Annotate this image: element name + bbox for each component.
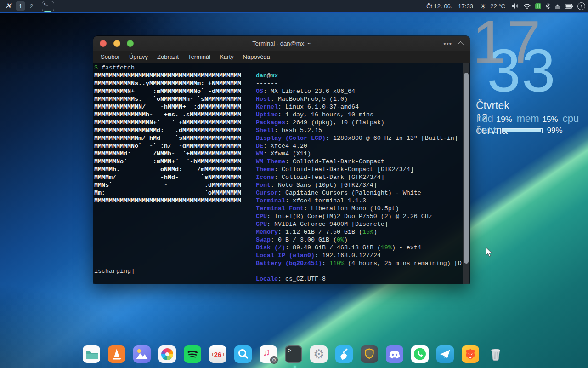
battery-icon[interactable] xyxy=(565,4,573,9)
panel-temperature[interactable]: 22 °C xyxy=(490,3,505,10)
battery-widget: batt 99% xyxy=(477,126,563,136)
whatsapp-icon xyxy=(411,345,429,363)
dock-icon-gallery[interactable] xyxy=(133,345,151,363)
volume-icon[interactable] xyxy=(511,3,519,9)
workspace-2[interactable]: 2 xyxy=(27,1,36,11)
system-stats: hdd 19% mem 15% cpu 5% xyxy=(476,113,588,125)
tray-expand-icon[interactable] xyxy=(577,2,585,10)
mem-label: mem xyxy=(517,113,539,125)
window-title: Terminal - dan@mx: ~ xyxy=(93,40,470,47)
weather-sun-icon[interactable]: ☀ xyxy=(480,3,486,10)
calendar-day: 26 xyxy=(214,351,222,358)
batt-label: batt xyxy=(477,126,498,136)
dock-icon-telegram[interactable] xyxy=(436,345,454,363)
menu-zobrazit[interactable]: Zobrazit xyxy=(153,53,183,60)
terminal-content[interactable]: $ fastfetch MMMMMMMMMMMMMMMMMMMMMMMMMMMM… xyxy=(93,63,470,284)
eject-icon[interactable] xyxy=(554,3,560,9)
photos-pinwheel-icon xyxy=(161,348,173,360)
vlc-cone-icon xyxy=(108,345,125,363)
minimize-button[interactable] xyxy=(113,40,120,47)
brave-lion-icon xyxy=(462,345,479,363)
titlebar[interactable]: Terminal - dan@mx: ~ ••• xyxy=(93,36,470,51)
spotify-waves-icon xyxy=(184,345,201,363)
scrollbar-track[interactable] xyxy=(463,63,469,284)
bluetooth-icon[interactable] xyxy=(545,3,550,10)
active-window-indicator xyxy=(44,11,51,12)
dock-icon-file-manager[interactable] xyxy=(83,345,100,363)
dock: 26 ♫ ⚙ >_ ⚙ xyxy=(83,345,504,363)
panel-date[interactable]: Čt 12. 06. xyxy=(426,3,452,10)
mouse-cursor xyxy=(486,247,493,257)
desktop: ✕ 1 2 >_ Čt 12. 06. 17:33 ☀ 22 °C xyxy=(0,0,588,368)
menubar: Soubor Úpravy Zobrazit Terminál Karty Ná… xyxy=(93,51,470,63)
window-menu-icon[interactable]: ••• xyxy=(443,41,452,46)
dock-icon-cleaner[interactable] xyxy=(335,345,353,363)
maximize-button[interactable] xyxy=(127,40,134,47)
cpu-label: cpu xyxy=(563,113,579,125)
trash-can-icon xyxy=(487,345,504,363)
dock-icon-trash[interactable] xyxy=(487,345,504,363)
broom-icon xyxy=(335,345,353,363)
menu-napoveda[interactable]: Nápověda xyxy=(238,53,275,60)
music-gear-badge-icon: ⚙ xyxy=(270,356,278,364)
clock-hour: 17 xyxy=(472,12,542,73)
menu-karty[interactable]: Karty xyxy=(215,53,238,60)
terminal-window: Terminal - dan@mx: ~ ••• Soubor Úpravy Z… xyxy=(93,36,470,284)
dock-icon-security[interactable] xyxy=(361,345,378,363)
dock-icon-whatsapp[interactable] xyxy=(411,345,429,363)
dock-icon-search[interactable] xyxy=(234,345,252,363)
dock-icon-brave[interactable] xyxy=(462,345,479,363)
battery-bar xyxy=(502,128,543,133)
menu-soubor[interactable]: Soubor xyxy=(96,53,124,60)
shield-icon xyxy=(361,345,378,363)
dock-icon-discord[interactable] xyxy=(386,345,403,363)
close-button[interactable] xyxy=(100,40,107,47)
wifi-icon[interactable] xyxy=(523,3,531,9)
shade-chevron-icon[interactable] xyxy=(458,41,464,47)
menu-terminal[interactable]: Terminál xyxy=(183,53,215,60)
taskbar-terminal-button[interactable]: >_ xyxy=(42,1,54,12)
dock-icon-terminal[interactable]: >_ xyxy=(285,345,302,363)
clock-date: Čtvrtek 12 června xyxy=(476,99,509,137)
terminal-prompt-icon: >_ xyxy=(288,348,294,354)
battery-percent: 99% xyxy=(547,126,563,135)
panel-clock[interactable]: 17:33 xyxy=(458,3,473,10)
mx-logo-icon[interactable]: ✕ xyxy=(3,2,13,10)
music-note-icon: ♫ xyxy=(263,347,270,358)
dock-icon-spotify[interactable] xyxy=(184,345,201,363)
dock-icon-settings[interactable]: ⚙ xyxy=(310,345,328,363)
hdd-label: hdd xyxy=(476,113,493,125)
scrollbar-thumb[interactable] xyxy=(464,73,469,264)
clock-minute: 33 xyxy=(487,40,556,101)
discord-icon xyxy=(386,345,403,363)
terminal-mini-icon: >_ xyxy=(44,2,48,6)
running-indicator xyxy=(294,366,296,368)
workspace-1[interactable]: 1 xyxy=(16,1,25,11)
hdd-value: 19% xyxy=(497,115,512,124)
menu-upravy[interactable]: Úpravy xyxy=(124,53,153,60)
mem-value: 15% xyxy=(543,115,558,124)
gallery-icon xyxy=(133,345,151,363)
updates-icon[interactable] xyxy=(535,3,541,9)
dock-icon-photos[interactable] xyxy=(158,345,176,363)
fastfetch-output: $ fastfetch MMMMMMMMMMMMMMMMMMMMMMMMMMMM… xyxy=(93,63,470,283)
top-panel: ✕ 1 2 >_ Čt 12. 06. 17:33 ☀ 22 °C xyxy=(0,0,588,13)
dock-icon-calendar[interactable]: 26 xyxy=(209,345,226,363)
magnifier-icon xyxy=(234,345,252,363)
battery-bar-fill xyxy=(503,129,541,132)
telegram-plane-icon xyxy=(436,345,454,363)
dock-icon-music[interactable]: ♫ ⚙ xyxy=(260,345,277,363)
folder-icon xyxy=(83,345,100,363)
gear-icon: ⚙ xyxy=(313,347,324,362)
dock-icon-vlc[interactable] xyxy=(108,345,125,363)
